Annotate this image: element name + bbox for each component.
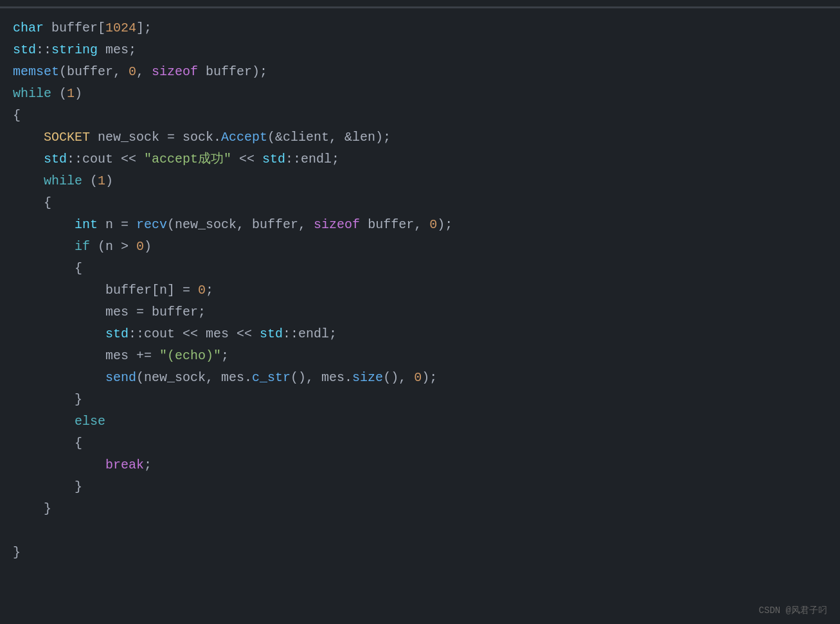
code-line-3: memset(buffer, 0, sizeof buffer);	[13, 61, 827, 83]
code-line-18: }	[13, 389, 827, 411]
code-line-2: std::string mes;	[13, 39, 827, 61]
code-line-1: char buffer[1024];	[13, 17, 827, 39]
code-line-16: mes += "(echo)";	[13, 345, 827, 367]
code-line-7: std::cout << "accept成功" << std::endl;	[13, 148, 827, 170]
code-line-17: send(new_sock, mes.c_str(), mes.size(), …	[13, 367, 827, 389]
watermark: CSDN @风君子叼	[759, 605, 827, 616]
code-line-12: {	[13, 258, 827, 280]
code-line-14: mes = buffer;	[13, 301, 827, 323]
code-line-4: while (1)	[13, 83, 827, 105]
code-block: char buffer[1024]; std::string mes; mems…	[0, 12, 840, 569]
code-line-23: }	[13, 498, 827, 520]
code-line-10: int n = recv(new_sock, buffer, sizeof bu…	[13, 214, 827, 236]
code-line-21: break;	[13, 454, 827, 476]
code-line-13: buffer[n] = 0;	[13, 280, 827, 301]
code-line-19: else	[13, 411, 827, 432]
code-line-22: }	[13, 476, 827, 498]
code-line-15: std::cout << mes << std::endl;	[13, 323, 827, 345]
code-line-25: }	[13, 542, 827, 564]
code-line-11: if (n > 0)	[13, 236, 827, 258]
code-line-6: SOCKET new_sock = sock.Accept(&client, &…	[13, 127, 827, 148]
top-border	[0, 6, 840, 8]
code-line-5: {	[13, 105, 827, 127]
code-line-9: {	[13, 192, 827, 214]
code-line-20: {	[13, 432, 827, 454]
code-line-8: while (1)	[13, 170, 827, 192]
code-editor: char buffer[1024]; std::string mes; mems…	[0, 0, 840, 624]
code-line-24	[13, 520, 827, 542]
